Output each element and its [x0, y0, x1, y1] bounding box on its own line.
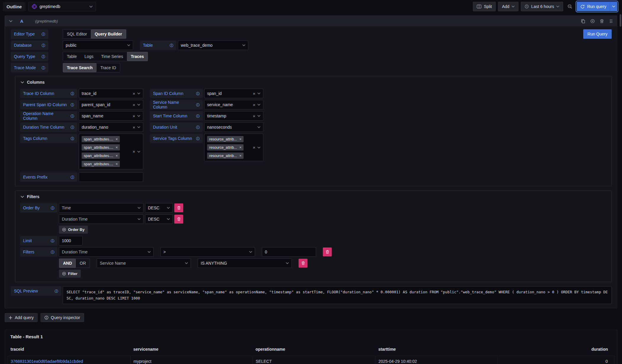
column-header-servicename[interactable]: servicename [130, 344, 253, 356]
split-button[interactable]: Split [473, 2, 496, 11]
filter-value-input[interactable] [262, 247, 316, 257]
filter-field-select[interactable]: Service Name [97, 258, 191, 268]
operation-name-column-select[interactable]: span_name × [79, 111, 143, 121]
run-query-options-button[interactable] [610, 2, 617, 11]
disable-query-icon[interactable] [590, 19, 595, 23]
service-tag-chip[interactable]: resource_attrib...× [207, 136, 244, 142]
service-tag-chip[interactable]: resource_attrib...× [207, 153, 244, 159]
remove-chip-icon[interactable]: × [115, 154, 118, 158]
filter-field-select[interactable]: Duration Time [59, 247, 154, 257]
order-by-field-select[interactable]: Duration Time [59, 214, 144, 224]
order-by-direction-select[interactable]: DESC [145, 203, 173, 213]
remove-chip-icon[interactable]: × [115, 137, 118, 141]
trace-id-link[interactable]: 3768831301ea0d65adaef8b9da1cbded [8, 356, 130, 364]
time-range-picker[interactable]: Last 6 hours [521, 2, 563, 11]
column-header-starttime[interactable]: starttime [376, 344, 498, 356]
column-header-traceid[interactable]: traceid [8, 344, 130, 356]
info-icon[interactable] [51, 239, 54, 243]
column-header-duration[interactable]: duration [498, 344, 615, 356]
order-by-direction-select[interactable]: DESC [145, 214, 173, 224]
info-icon[interactable] [70, 137, 74, 140]
clear-all-icon[interactable]: × [133, 149, 135, 154]
remove-query-icon[interactable] [600, 19, 604, 23]
run-query-button[interactable]: Run query [577, 2, 610, 11]
duration-time-column-select[interactable]: duration_nano × [79, 122, 143, 132]
trace-mode-option-traceid[interactable]: Trace ID [96, 63, 120, 72]
info-icon[interactable] [41, 43, 45, 47]
editor-type-option-sql[interactable]: SQL Editor [63, 30, 91, 38]
remove-order-by-button[interactable] [174, 215, 183, 224]
columns-section-header[interactable]: Columns [21, 80, 607, 85]
order-by-field-select[interactable]: Time [59, 203, 144, 213]
tag-chip[interactable]: span_attributes....× [82, 161, 120, 167]
remove-order-by-button[interactable] [174, 203, 183, 212]
filter-operator-select[interactable]: IS ANYTHING [198, 258, 292, 268]
info-icon[interactable] [196, 103, 200, 107]
datasource-picker[interactable]: greptimedb [28, 2, 96, 11]
add-query-button[interactable]: Add query [5, 313, 38, 322]
outline-button[interactable]: Outline [3, 2, 25, 11]
filter-operator-select[interactable]: > [160, 247, 255, 257]
info-icon[interactable] [54, 289, 58, 293]
parent-span-id-column-select[interactable]: parent_span_id × [79, 100, 143, 109]
trace-mode-option-search[interactable]: Trace Search [63, 63, 96, 72]
query-type-option-table[interactable]: Table [63, 52, 80, 61]
clear-icon[interactable]: × [133, 125, 135, 130]
query-type-option-traces[interactable]: Traces [127, 52, 148, 61]
info-icon[interactable] [170, 43, 173, 47]
info-icon[interactable] [70, 103, 74, 107]
remove-filter-button[interactable] [299, 259, 307, 268]
info-icon[interactable] [70, 114, 74, 118]
service-name-column-select[interactable]: service_name × [204, 100, 263, 109]
tag-chip[interactable]: span_attributes....× [82, 144, 120, 151]
info-icon[interactable] [41, 55, 45, 59]
info-icon[interactable] [41, 32, 45, 36]
service-tags-column-multiselect[interactable]: resource_attrib...× resource_attrib...× … [204, 134, 263, 161]
tag-chip[interactable]: span_attributes....× [82, 136, 120, 142]
filters-section-header[interactable]: Filters [21, 194, 607, 199]
remove-chip-icon[interactable]: × [239, 137, 242, 141]
remove-chip-icon[interactable]: × [115, 162, 118, 166]
query-type-option-logs[interactable]: Logs [80, 52, 97, 61]
tags-column-multiselect[interactable]: span_attributes....× span_attributes....… [79, 134, 143, 169]
clear-icon[interactable]: × [253, 103, 255, 107]
clear-icon[interactable]: × [133, 114, 135, 118]
info-icon[interactable] [51, 206, 54, 210]
trace-id-column-select[interactable]: trace_id × [79, 89, 143, 98]
remove-chip-icon[interactable]: × [239, 154, 242, 158]
query-inspector-button[interactable]: Query inspector [41, 313, 84, 322]
query-row-header[interactable]: A (greptimedb) [5, 16, 617, 26]
clear-icon[interactable]: × [133, 103, 135, 107]
zoom-out-time-button[interactable] [565, 2, 574, 11]
collapse-chevron-icon[interactable] [9, 20, 12, 22]
remove-filter-button[interactable] [323, 247, 332, 256]
info-icon[interactable] [70, 125, 74, 129]
info-icon[interactable] [196, 137, 200, 140]
info-icon[interactable] [70, 92, 74, 96]
clear-icon[interactable]: × [253, 114, 255, 118]
database-select[interactable]: public [63, 41, 133, 50]
service-tag-chip[interactable]: resource_attrib...× [207, 144, 244, 151]
clear-icon[interactable]: × [133, 91, 135, 96]
clear-icon[interactable]: × [253, 91, 255, 96]
filter-logic-and[interactable]: AND [59, 259, 76, 268]
clear-all-icon[interactable]: × [253, 145, 255, 150]
remove-chip-icon[interactable]: × [239, 145, 242, 149]
remove-chip-icon[interactable]: × [115, 145, 118, 149]
info-icon[interactable] [196, 114, 200, 118]
editor-run-query-button[interactable]: Run Query [583, 29, 612, 39]
info-icon[interactable] [41, 66, 45, 70]
filter-logic-or[interactable]: OR [76, 259, 90, 268]
drag-handle-icon[interactable] [609, 19, 613, 23]
add-order-by-button[interactable]: Order By [59, 226, 88, 234]
info-icon[interactable] [196, 125, 200, 129]
table-select[interactable]: web_trace_demo [178, 41, 248, 50]
scrollbar-thumb[interactable] [620, 14, 621, 27]
info-icon[interactable] [70, 175, 74, 179]
add-filter-button[interactable]: Filter [59, 270, 81, 278]
duration-unit-select[interactable]: nanoseconds [204, 122, 263, 132]
editor-type-option-builder[interactable]: Query Builder [91, 30, 126, 38]
add-dropdown-button[interactable]: Add [498, 2, 518, 11]
query-type-option-timeseries[interactable]: Time Series [97, 52, 127, 61]
tag-chip[interactable]: span_attributes....× [82, 153, 120, 159]
